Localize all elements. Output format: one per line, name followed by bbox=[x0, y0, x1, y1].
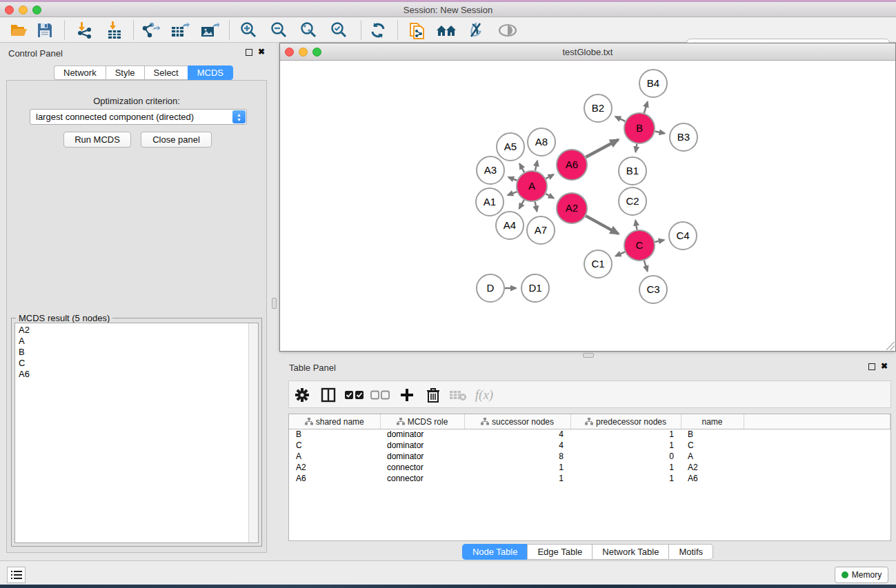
export-table-icon bbox=[170, 21, 190, 39]
task-history-button[interactable] bbox=[7, 567, 26, 583]
tab-network-table[interactable]: Network Table bbox=[592, 544, 668, 560]
cell: A2 bbox=[289, 462, 380, 473]
tab-network[interactable]: Network bbox=[54, 65, 106, 80]
cell: C bbox=[681, 440, 744, 451]
edge-A-A8[interactable] bbox=[535, 161, 537, 170]
table-settings-button[interactable] bbox=[292, 385, 312, 405]
table-row[interactable]: Adominator80A bbox=[289, 451, 890, 462]
edge-A-A3[interactable] bbox=[508, 177, 517, 181]
zoom-out-button[interactable] bbox=[269, 20, 290, 40]
edge-B-B3[interactable] bbox=[655, 132, 665, 134]
close-panel-icon[interactable]: ✖ bbox=[258, 47, 265, 57]
result-item[interactable]: C bbox=[19, 358, 258, 369]
network-canvas[interactable]: B4B2BB3A8A5A6A3B1AA1C2A2A4A7C4CC1DD1C3 bbox=[280, 61, 895, 351]
resize-grip[interactable] bbox=[886, 342, 895, 350]
toolbar-separator bbox=[229, 21, 230, 39]
float-panel-icon[interactable] bbox=[868, 363, 875, 370]
result-scrollbar[interactable] bbox=[248, 323, 258, 543]
result-item[interactable]: B bbox=[19, 347, 258, 358]
cell: A bbox=[681, 451, 744, 462]
select-all-button[interactable] bbox=[344, 385, 365, 405]
create-column-button[interactable] bbox=[397, 385, 417, 405]
screen: Session: New Session bbox=[0, 0, 896, 588]
column-header-predecessor-nodes[interactable]: predecessor nodes bbox=[570, 414, 681, 429]
import-table-button[interactable] bbox=[104, 20, 125, 40]
show-column-button[interactable] bbox=[318, 385, 339, 405]
result-item[interactable]: A bbox=[19, 336, 258, 347]
zoom-in-button[interactable] bbox=[239, 20, 259, 40]
edge-B-B2[interactable] bbox=[615, 116, 625, 121]
edge-A-A6[interactable] bbox=[546, 174, 553, 179]
status-bar: Memory bbox=[0, 560, 896, 585]
import-table-icon bbox=[106, 21, 123, 39]
result-item[interactable]: A6 bbox=[19, 369, 258, 380]
edge-A-A1[interactable] bbox=[508, 192, 517, 195]
tab-mcds[interactable]: MCDS bbox=[188, 65, 233, 80]
edge-B-B1[interactable] bbox=[635, 144, 637, 152]
node-table: shared nameMCDS rolesuccessor nodesprede… bbox=[288, 414, 891, 541]
edge-C-C1[interactable] bbox=[616, 252, 625, 256]
open-session-button[interactable] bbox=[8, 20, 29, 40]
optimization-dropdown[interactable]: largest connected component (directed) ▲… bbox=[30, 109, 247, 125]
table-panel-header: Table Panel ✖ bbox=[279, 358, 896, 376]
edge-A-A7[interactable] bbox=[535, 202, 537, 212]
first-neighbors-button[interactable] bbox=[436, 20, 457, 40]
edge-C-C2[interactable] bbox=[635, 221, 637, 230]
edge-C-C3[interactable] bbox=[644, 261, 648, 271]
edge-A-A4[interactable] bbox=[519, 200, 524, 209]
import-network-icon bbox=[75, 21, 93, 39]
toolbar-separator bbox=[361, 21, 361, 39]
export-network-button[interactable] bbox=[140, 20, 161, 40]
deselect-all-button[interactable] bbox=[370, 385, 390, 405]
network-graph: B4B2BB3A8A5A6A3B1AA1C2A2A4A7C4CC1DD1C3 bbox=[280, 61, 895, 352]
column-header-successor-nodes[interactable]: successor nodes bbox=[464, 414, 570, 429]
column-header-name[interactable]: name bbox=[681, 414, 744, 429]
tab-node-table[interactable]: Node Table bbox=[462, 544, 528, 560]
table-row[interactable]: A6connector11A6 bbox=[289, 473, 890, 484]
function-builder-button[interactable]: f(x) bbox=[474, 385, 495, 405]
delete-table-button[interactable] bbox=[448, 385, 468, 405]
vertical-split-divider[interactable] bbox=[270, 43, 279, 560]
delete-columns-button[interactable] bbox=[423, 385, 444, 405]
node-label-A8: A8 bbox=[535, 136, 548, 148]
edge-C-C4[interactable] bbox=[655, 240, 664, 242]
zoom-fit-button[interactable] bbox=[299, 20, 319, 40]
column-header-shared-name[interactable]: shared name bbox=[289, 414, 380, 429]
close-panel-icon[interactable]: ✖ bbox=[881, 361, 888, 371]
table-row[interactable]: Bdominator41B bbox=[289, 429, 890, 440]
apply-layout-button[interactable] bbox=[368, 20, 388, 40]
table-row[interactable]: Cdominator41C bbox=[289, 440, 890, 451]
divider-handle[interactable] bbox=[583, 353, 594, 358]
table-row[interactable]: A2connector11A2 bbox=[289, 462, 890, 473]
hide-selected-button[interactable] bbox=[466, 20, 486, 40]
divider-handle[interactable] bbox=[272, 298, 277, 309]
horizontal-split-divider[interactable] bbox=[279, 352, 896, 358]
edge-A-A2[interactable] bbox=[546, 194, 554, 198]
export-image-icon bbox=[200, 21, 219, 39]
dropdown-value: largest connected component (directed) bbox=[36, 112, 194, 122]
save-session-button[interactable] bbox=[34, 20, 55, 40]
import-network-button[interactable] bbox=[74, 20, 94, 40]
edge-B-B4[interactable] bbox=[644, 102, 648, 113]
edge-A6-B[interactable] bbox=[586, 140, 618, 157]
edge-A2-C[interactable] bbox=[586, 216, 618, 234]
tab-motifs[interactable]: Motifs bbox=[668, 544, 713, 560]
export-table-button[interactable] bbox=[170, 20, 190, 40]
tab-edge-table[interactable]: Edge Table bbox=[527, 544, 592, 560]
run-mcds-button[interactable]: Run MCDS bbox=[63, 132, 131, 148]
zoom-selected-button[interactable] bbox=[329, 20, 350, 40]
node-label-A3: A3 bbox=[484, 164, 497, 176]
column-header-MCDS-role[interactable]: MCDS role bbox=[380, 414, 464, 429]
cell: 1 bbox=[570, 429, 681, 440]
cell: C bbox=[289, 440, 380, 451]
memory-button[interactable]: Memory bbox=[835, 567, 888, 583]
float-panel-icon[interactable] bbox=[246, 49, 252, 56]
close-panel-button[interactable]: Close panel bbox=[141, 132, 212, 148]
new-network-from-selection-button[interactable] bbox=[407, 20, 428, 40]
tab-select[interactable]: Select bbox=[144, 65, 188, 80]
export-image-button[interactable] bbox=[199, 20, 220, 40]
show-all-button[interactable] bbox=[497, 20, 518, 40]
edge-A-A5[interactable] bbox=[519, 164, 524, 172]
tab-style[interactable]: Style bbox=[106, 65, 144, 80]
result-item[interactable]: A2 bbox=[19, 325, 258, 336]
